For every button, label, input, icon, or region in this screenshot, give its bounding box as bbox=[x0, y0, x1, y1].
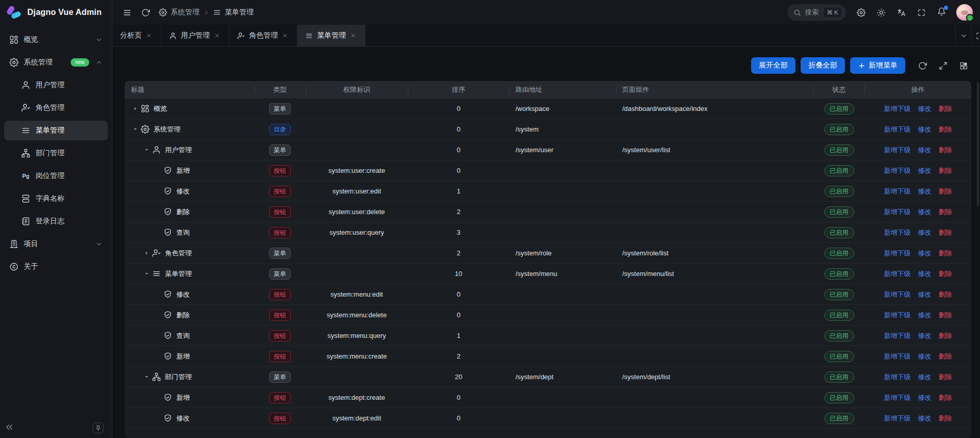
breadcrumb-item-system[interactable]: 系统管理 bbox=[159, 8, 200, 17]
action-edit[interactable]: 修改 bbox=[918, 228, 932, 237]
row-expand-caret[interactable] bbox=[142, 373, 151, 381]
action-edit[interactable]: 修改 bbox=[918, 414, 932, 423]
action-add-child[interactable]: 新增下级 bbox=[884, 372, 911, 382]
action-edit[interactable]: 修改 bbox=[918, 249, 932, 258]
expand-all-button[interactable]: 展开全部 bbox=[751, 57, 795, 74]
action-add-child[interactable]: 新增下级 bbox=[884, 414, 911, 423]
sidebar-item-log[interactable]: 登录日志 bbox=[4, 212, 108, 231]
action-edit[interactable]: 修改 bbox=[918, 311, 932, 320]
row-title: 查询 bbox=[176, 331, 190, 340]
action-delete[interactable]: 删除 bbox=[939, 290, 952, 299]
table-columns-settings-icon[interactable] bbox=[956, 58, 971, 73]
tab-user[interactable]: 用户管理 bbox=[161, 25, 229, 46]
action-edit[interactable]: 修改 bbox=[918, 269, 932, 279]
sidebar-item-label: 岗位管理 bbox=[36, 171, 103, 181]
action-delete[interactable]: 删除 bbox=[939, 352, 952, 361]
action-delete[interactable]: 删除 bbox=[939, 414, 952, 423]
action-edit[interactable]: 修改 bbox=[918, 352, 932, 361]
tab-role[interactable]: 角色管理 bbox=[229, 25, 297, 46]
action-delete[interactable]: 删除 bbox=[939, 166, 952, 175]
action-delete[interactable]: 删除 bbox=[939, 393, 952, 402]
pin-button[interactable] bbox=[93, 423, 104, 433]
action-delete[interactable]: 删除 bbox=[939, 145, 952, 155]
sidebar-item-overview[interactable]: 概览 bbox=[4, 30, 108, 50]
scrollbar[interactable] bbox=[977, 83, 979, 206]
action-delete[interactable]: 删除 bbox=[939, 125, 952, 134]
sidebar-item-system[interactable]: 系统管理new bbox=[4, 53, 108, 72]
refresh-icon[interactable] bbox=[140, 7, 151, 18]
settings-gear-icon[interactable] bbox=[856, 7, 866, 18]
action-add-child[interactable]: 新增下级 bbox=[884, 207, 911, 217]
hamburger-icon[interactable] bbox=[122, 7, 132, 18]
action-add-child[interactable]: 新增下级 bbox=[884, 311, 911, 320]
action-delete[interactable]: 删除 bbox=[939, 104, 952, 113]
app-logo[interactable]: Djagno Vue Admin bbox=[0, 0, 112, 25]
table-fullscreen-icon[interactable] bbox=[935, 58, 951, 73]
tab-analytics[interactable]: 分析页 bbox=[112, 25, 161, 46]
action-edit[interactable]: 修改 bbox=[918, 207, 932, 217]
action-edit[interactable]: 修改 bbox=[918, 166, 932, 175]
sidebar-item-dict[interactable]: 字典名称 bbox=[4, 189, 108, 208]
permission-value: system:menu:create bbox=[326, 352, 387, 360]
action-edit[interactable]: 修改 bbox=[918, 290, 932, 299]
theme-sun-icon[interactable] bbox=[876, 7, 886, 18]
action-edit[interactable]: 修改 bbox=[918, 372, 932, 382]
sidebar-item-dept[interactable]: 部门管理 bbox=[4, 143, 108, 163]
sidebar-item-about[interactable]: 关于 bbox=[4, 257, 108, 277]
action-add-child[interactable]: 新增下级 bbox=[884, 228, 911, 237]
action-delete[interactable]: 删除 bbox=[939, 269, 952, 279]
action-edit[interactable]: 修改 bbox=[918, 104, 932, 113]
close-icon[interactable] bbox=[282, 32, 289, 39]
user-avatar[interactable] bbox=[956, 4, 973, 21]
action-delete[interactable]: 删除 bbox=[939, 228, 952, 237]
row-expand-caret[interactable] bbox=[142, 270, 151, 278]
action-add-child[interactable]: 新增下级 bbox=[884, 104, 911, 113]
action-add-child[interactable]: 新增下级 bbox=[884, 331, 911, 340]
action-delete[interactable]: 删除 bbox=[939, 311, 952, 320]
action-add-child[interactable]: 新增下级 bbox=[884, 290, 911, 299]
action-add-child[interactable]: 新增下级 bbox=[884, 393, 911, 402]
type-badge: 菜单 bbox=[269, 371, 291, 383]
action-delete[interactable]: 删除 bbox=[939, 187, 952, 196]
close-icon[interactable] bbox=[350, 32, 357, 39]
sidebar-item-project[interactable]: 项目 bbox=[4, 234, 108, 254]
action-delete[interactable]: 删除 bbox=[939, 331, 952, 340]
close-icon[interactable] bbox=[146, 32, 153, 39]
breadcrumb-item-menu[interactable]: 菜单管理 bbox=[213, 8, 254, 17]
collapse-all-button[interactable]: 折叠全部 bbox=[801, 57, 845, 74]
action-delete[interactable]: 删除 bbox=[939, 372, 952, 382]
action-add-child[interactable]: 新增下级 bbox=[884, 187, 911, 196]
action-delete[interactable]: 删除 bbox=[939, 249, 952, 258]
close-icon[interactable] bbox=[214, 32, 221, 39]
notifications-bell-icon[interactable] bbox=[936, 7, 946, 18]
fullscreen-icon[interactable] bbox=[916, 7, 926, 18]
action-add-child[interactable]: 新增下级 bbox=[884, 166, 911, 175]
add-menu-button[interactable]: 新增菜单 bbox=[850, 57, 905, 74]
action-add-child[interactable]: 新增下级 bbox=[884, 352, 911, 361]
action-edit[interactable]: 修改 bbox=[918, 331, 932, 340]
sidebar-collapse-button[interactable] bbox=[4, 422, 15, 433]
tabs-maximize-icon[interactable] bbox=[971, 25, 980, 46]
action-edit[interactable]: 修改 bbox=[918, 393, 932, 402]
sidebar-item-menu[interactable]: 菜单管理 bbox=[4, 121, 108, 140]
row-expand-caret[interactable] bbox=[142, 146, 151, 154]
search-input[interactable]: 搜索 ⌘ K bbox=[787, 4, 846, 21]
sidebar-item-role[interactable]: 角色管理 bbox=[4, 98, 108, 118]
table-refresh-icon[interactable] bbox=[915, 58, 930, 73]
action-add-child[interactable]: 新增下级 bbox=[884, 269, 911, 279]
row-expand-caret[interactable] bbox=[142, 249, 151, 257]
sidebar-item-post[interactable]: Pg岗位管理 bbox=[4, 166, 108, 186]
action-edit[interactable]: 修改 bbox=[918, 145, 932, 155]
action-delete[interactable]: 删除 bbox=[939, 207, 952, 217]
tabs-dropdown-chevron-icon[interactable] bbox=[955, 25, 971, 46]
sidebar-item-user[interactable]: 用户管理 bbox=[4, 75, 108, 95]
action-edit[interactable]: 修改 bbox=[918, 125, 932, 134]
row-expand-caret[interactable] bbox=[131, 125, 139, 134]
tab-menu[interactable]: 菜单管理 bbox=[297, 25, 366, 46]
action-add-child[interactable]: 新增下级 bbox=[884, 249, 911, 258]
row-expand-caret[interactable] bbox=[131, 105, 139, 113]
language-translate-icon[interactable] bbox=[896, 7, 906, 18]
action-edit[interactable]: 修改 bbox=[918, 187, 932, 196]
action-add-child[interactable]: 新增下级 bbox=[884, 145, 911, 155]
action-add-child[interactable]: 新增下级 bbox=[884, 125, 911, 134]
